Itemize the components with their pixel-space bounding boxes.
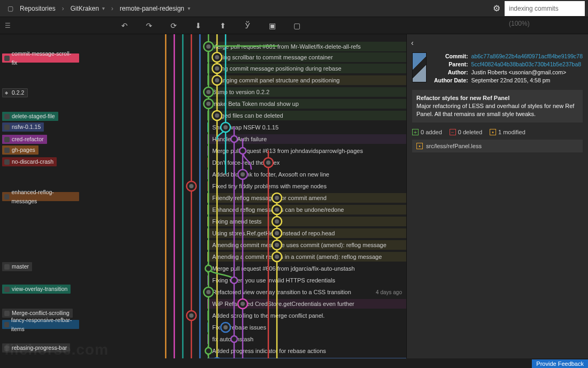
undo-button[interactable]: ↶ [118, 19, 131, 32]
commit-row[interactable]: Amending commit message uses commit (ame… [207, 240, 406, 250]
commit-row[interactable]: Fixing when you use invalid HTTPS creden… [207, 275, 406, 285]
commit-hash[interactable]: ab6c77a869e22b4a46f0971acf84be9199c78 [471, 52, 583, 60]
commit-message: Changing commit panel structure and posi… [212, 77, 406, 83]
breadcrumb-root[interactable]: Repositories [3, 5, 60, 12]
redo-button[interactable]: ↷ [143, 19, 156, 32]
commit-row[interactable]: make Beta Token modal show up [207, 99, 406, 109]
author-avatar [412, 52, 427, 82]
commit-message: Added blog link to footer, Axosoft on ne… [212, 171, 406, 178]
ref-text: nsfw-0.1.15 [12, 122, 41, 132]
ref-text: commit-message-scroll-fix [12, 49, 76, 67]
svg-point-43 [189, 313, 194, 318]
dot-icon: • [490, 129, 496, 135]
stat-deleted: −0 deleted [450, 129, 482, 135]
breadcrumb-repo[interactable]: remote-panel-redesign ▾ [115, 5, 195, 12]
detail-header: Commit:ab6c77a869e22b4a46f0971acf84be919… [407, 47, 588, 90]
commit-row[interactable]: Added progress indicator for rebase acti… [207, 346, 406, 356]
back-button[interactable]: ‹ [411, 39, 416, 47]
branch-label[interactable]: view-overlay-transition [2, 285, 71, 294]
commit-row[interactable]: fix auto unstash [207, 334, 406, 344]
commit-row[interactable]: Merge pull request #606 from jdgarcia/fi… [207, 264, 406, 273]
branch-label[interactable]: commit-message-scroll-fix [2, 53, 79, 63]
branch-label[interactable]: delete-staged-file [2, 112, 58, 121]
chevron-down-icon: ▾ [102, 5, 105, 11]
detail-meta: Commit:ab6c77a869e22b4a46f0971acf84be919… [432, 52, 583, 85]
commit-message: Refactored view overlay transition to a … [212, 289, 376, 295]
ref-text: view-overlay-transition [12, 285, 67, 294]
refresh-button[interactable]: ⟳ [167, 19, 180, 32]
feedback-button[interactable]: Provide Feedback [532, 359, 588, 368]
commit-row[interactable]: Fixed tiny fiddly problems with merge no… [207, 181, 406, 191]
commit-row[interactable]: Staged files can be deleted [207, 111, 406, 120]
commit-message-box: Refactor styles for new Ref Panel Major … [412, 90, 583, 122]
ref-text: cred-refactor [12, 135, 44, 144]
branch-label[interactable]: fancy-responsive-refbar-items [2, 320, 79, 329]
breadcrumb-org-label: GitKraken [71, 5, 99, 12]
pop-stash-button[interactable]: ▢ [290, 19, 303, 32]
commit-row[interactable]: Merge pull request #601 from Mr-Wallet/f… [207, 42, 406, 51]
branch-label[interactable]: cred-refactor [2, 135, 47, 144]
commit-row[interactable]: Friendly reflog messages for commit amen… [207, 193, 406, 203]
changed-file-path: src/less/refPanel.less [426, 143, 482, 149]
branch-button[interactable]: Ў [241, 19, 254, 32]
stat-modified: •1 modified [490, 129, 525, 135]
commit-row[interactable]: Bump to version 0.2.2 [207, 87, 406, 97]
toggle-sidebar-button[interactable]: ☰ [0, 17, 15, 34]
commit-detail-panel: ‹ Commit:ab6c77a869e22b4a46f0971acf84be9… [406, 34, 588, 358]
branch-label[interactable]: master [2, 262, 32, 271]
commit-message: Amending commit message uses commit (ame… [212, 242, 406, 248]
branch-label[interactable]: rebasing-progress-bar [2, 343, 70, 352]
header-bar: Repositories › GitKraken ▾ › remote-pane… [0, 0, 588, 17]
parent-hash[interactable]: 5ccf40824a04b38bab03c730b41b5e237ba8 [471, 60, 583, 68]
branch-label[interactable]: enhanced-reflog-messages [2, 192, 79, 201]
commit-row[interactable]: Added blog link to footer, Axosoft on ne… [207, 170, 406, 179]
commit-row[interactable]: Adding scrollbar to commit message conta… [207, 52, 406, 62]
commit-message: Fix up rebase issues [212, 324, 406, 331]
commit-row[interactable]: Using stores.Ref.getHead instead of repo… [207, 228, 406, 238]
changed-file-row[interactable]: • src/less/refPanel.less [412, 140, 583, 152]
commit-row[interactable]: WiP Refactored CredStore.getCredentials … [207, 299, 406, 309]
commit-row[interactable]: Added scrolling to the merge conflict pa… [207, 311, 406, 320]
breadcrumb-org[interactable]: GitKraken ▾ [66, 5, 109, 12]
commit-message: Added scrolling to the merge conflict pa… [212, 312, 406, 319]
commit-row[interactable]: Handle OAuth failure [207, 134, 406, 144]
commit-message: Adding scrollbar to commit message conta… [212, 54, 406, 60]
commit-message: Shrinkwrap NSFW 0.1.15 [212, 124, 406, 131]
commit-row[interactable]: Shrinkwrap NSFW 0.1.15 [207, 122, 406, 132]
push-button[interactable]: ⬆ [216, 19, 229, 32]
graph-column: commit-message-scroll-fix0.2.2delete-sta… [0, 34, 406, 358]
commit-row[interactable]: Fixing amend tests [207, 217, 406, 226]
commit-message: Fixing when you use invalid HTTPS creden… [212, 277, 406, 283]
modified-icon: • [416, 143, 423, 149]
commit-row[interactable]: Merge pull request #613 from johndavidsp… [207, 146, 406, 156]
commit-row[interactable]: Refactored view overlay transition to a … [207, 287, 406, 297]
svg-point-42 [187, 311, 196, 320]
branch-label[interactable]: gh-pages [2, 145, 38, 155]
tag-label[interactable]: 0.2.2 [2, 88, 28, 97]
commit-row[interactable]: Refactor styles for new Ref Panel [207, 358, 406, 358]
settings-button[interactable]: ⚙ [489, 3, 505, 13]
commit-body: Major refactoring of LESS and overhaul o… [416, 102, 578, 118]
commit-row[interactable]: Fixing commit message positioning during… [207, 64, 406, 73]
commit-row[interactable]: Amending a commit results in a commit (a… [207, 252, 406, 262]
commit-row[interactable]: Changing commit panel structure and posi… [207, 75, 406, 85]
branch-label[interactable]: nsfw-0.1.15 [2, 122, 44, 132]
stash-button[interactable]: ▣ [266, 19, 278, 32]
ref-text: master [12, 262, 29, 271]
commit-message: Using stores.Ref.getHead instead of repo… [212, 230, 406, 236]
commit-message: fix auto unstash [212, 336, 406, 342]
ref-text: delete-staged-file [12, 112, 55, 121]
git-icon [4, 125, 10, 130]
breadcrumb-separator: › [109, 5, 115, 12]
commit-message: Merge pull request #613 from johndavidsp… [212, 148, 406, 154]
commit-row[interactable]: Enhanced reflog messages can be undone/r… [207, 205, 406, 214]
ref-text: fancy-responsive-refbar-items [11, 316, 76, 334]
commit-row[interactable]: Fix up rebase issues [207, 323, 406, 332]
commit-row[interactable]: Don't force-read the index [207, 158, 406, 167]
ref-labels-gutter: commit-message-scroll-fix0.2.2delete-sta… [0, 34, 79, 358]
git-icon [4, 114, 10, 119]
branch-label[interactable]: no-discard-crash [2, 157, 57, 166]
git-icon [4, 264, 10, 270]
git-icon [4, 311, 10, 316]
pull-button[interactable]: ⬇ [192, 19, 205, 32]
